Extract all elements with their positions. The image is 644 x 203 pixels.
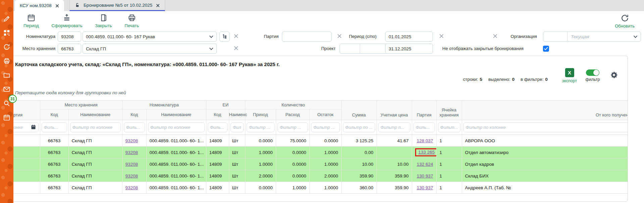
generate-label: Сформировать [52,23,83,28]
table-cell: 0.0000 [245,182,276,194]
tab-booking[interactable]: Бронирование №5 от 10.02.2025 [69,0,165,11]
column-header[interactable]: Код [122,109,146,120]
table-cell: Склад ГП [68,147,122,158]
nomenclature-link[interactable]: 93208 [126,138,138,143]
period-button[interactable]: Период [23,13,39,28]
column-filter-input[interactable] [345,125,373,130]
column-header[interactable]: От кого получен отпущен [462,101,628,120]
column-filter-input[interactable] [416,125,433,130]
nomenclature-value: 000.4859. 011.000- 60- 167 Рукав [86,34,155,39]
column-header[interactable]: Наименование [68,109,122,120]
toggle-on-icon[interactable] [586,69,599,76]
storage-code-input[interactable] [58,44,81,54]
filter-toggle[interactable]: фильтр [583,69,602,82]
export-excel-button[interactable]: X экспорт [560,68,579,83]
nomenclature-select[interactable]: 000.4859. 011.000- 60- 167 Рукав [83,32,217,42]
hide-closed-label: Не отображать закрытые бронирования [442,44,538,54]
organization-select[interactable]: Текущая [543,32,641,42]
hide-closed-checkbox[interactable] [543,46,549,52]
period-from-input[interactable] [385,32,433,42]
calendar-icon[interactable] [3,113,11,121]
organization-code-part[interactable] [543,32,567,41]
column-header[interactable]: Партия [412,101,436,120]
table-cell: 128 037 [412,135,436,147]
party-link[interactable]: 133 265 [418,150,435,155]
column-group-header: Место хранения [40,101,122,109]
period-to-input[interactable] [385,44,433,54]
column-filter-input[interactable] [210,125,225,130]
table-cell: 000.4859. 011.000- 60- 1... [146,182,206,194]
calendar-icon[interactable] [31,124,36,131]
close-tab-icon[interactable] [156,3,160,7]
storage-select[interactable]: Склад ГП [83,44,217,54]
sync-icon[interactable] [3,43,11,51]
table-cell: 10.00 [341,158,377,170]
clear-storage-icon[interactable] [234,46,240,52]
column-filter-input[interactable] [249,125,272,130]
party-input[interactable] [282,32,332,42]
column-header[interactable]: Ячейка хранения [436,101,462,120]
clear-organization-icon[interactable] [493,34,499,40]
table-row[interactable]: 66763Склад ГП93208000.4859. 011.000- 60-… [3,147,628,158]
column-header[interactable]: Сумма [341,101,377,120]
close-tab-icon[interactable] [55,4,59,7]
column-filter-input[interactable] [233,125,241,130]
table-row[interactable]: 66763Склад ГП93208000.4859. 011.000- 60-… [3,182,628,194]
column-header[interactable]: Приход [245,109,276,120]
printer-icon[interactable] [3,57,11,65]
nomenclature-link[interactable]: 93208 [126,162,138,167]
column-header[interactable]: Наименс [229,109,245,120]
table-cell: 0.0000 [276,147,309,158]
column-filter-input[interactable] [466,125,628,130]
column-header[interactable]: Код [40,109,68,120]
column-header[interactable]: Код [206,109,229,120]
column-filter-input[interactable] [381,125,408,130]
table-cell: 14809 [206,135,229,147]
nomenclature-code-input[interactable] [58,32,81,42]
column-filter-input[interactable] [72,125,118,130]
table-cell: 14809 [206,147,229,158]
party-link[interactable]: 128 037 [417,138,433,143]
column-filter-input[interactable] [44,125,65,130]
column-header[interactable]: Наименование [146,109,206,120]
qr-code-icon[interactable] [3,29,11,37]
clear-nomenclature-icon[interactable] [234,34,240,40]
tab-ksu[interactable]: КСУ ном.93208 [15,0,64,11]
column-filter-input[interactable] [313,125,338,130]
nomenclature-link[interactable]: 93208 [126,173,138,179]
column-filter-input[interactable] [440,125,458,130]
close-door-icon [99,13,108,22]
party-label: Партия [252,32,279,42]
tree-select-button[interactable] [219,32,230,42]
pencil-icon[interactable] [3,15,11,23]
settings-button[interactable] [610,71,618,81]
column-header[interactable]: Учетная цена [377,101,412,120]
print-button[interactable]: Печать [125,13,139,28]
refresh-button[interactable]: Обновить [615,14,635,29]
clear-period-icon[interactable] [439,34,445,40]
storage-value: Склад ГП [86,46,106,51]
generate-button[interactable]: Сформировать [52,13,83,28]
table-cell: 41.67 [377,135,412,147]
table-row[interactable]: 66763Склад ГП93208000.4859. 011.000- 60-… [3,158,628,170]
party-link[interactable]: 130 937 [417,173,433,179]
chevron-down-icon [633,34,641,39]
clear-party-icon[interactable] [337,34,343,40]
table-cell: 132 624 [412,158,436,170]
table-row[interactable]: 66763Склад ГП93208000.4859. 011.000- 60-… [3,135,628,147]
folder-icon[interactable] [3,71,11,79]
party-link[interactable]: 130 937 [417,185,433,190]
project-code-part[interactable] [340,44,360,53]
column-filter-input[interactable] [126,125,143,130]
nomenclature-link[interactable]: 93208 [126,185,138,190]
mail-icon[interactable] [3,85,11,93]
table-row[interactable]: 66763Склад ГП93208000.4859. 011.000- 60-… [3,170,628,182]
party-link[interactable]: 132 624 [417,162,433,167]
close-button[interactable]: Закрыть [95,13,112,28]
column-filter-input[interactable] [150,125,202,130]
column-header[interactable]: Расход [276,109,309,120]
nomenclature-link[interactable]: 93208 [126,150,138,155]
column-header[interactable]: Остаток [309,109,341,120]
table-cell: 93208 [122,182,146,194]
column-filter-input[interactable] [280,125,306,130]
